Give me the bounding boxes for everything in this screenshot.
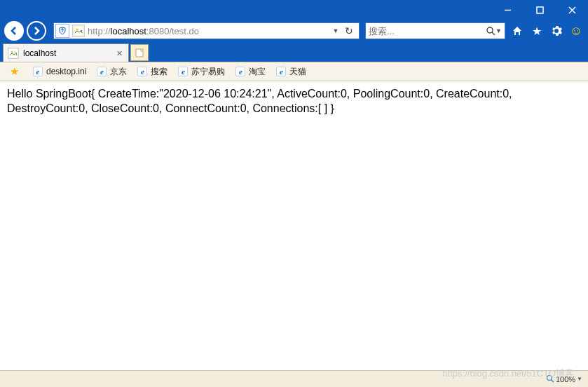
svg-rect-12 (136, 49, 143, 57)
bookmarks-bar: ★ e desktop.ini e 京东 e 搜索 e 苏宁易购 e 淘宝 e … (0, 62, 588, 81)
add-favorite-button[interactable]: ★ (4, 64, 27, 79)
favorites-star-icon[interactable]: ★ (529, 23, 545, 39)
bookmark-label: desktop.ini (46, 67, 86, 76)
search-input[interactable] (369, 26, 486, 36)
page-content: Hello SpringBoot{ CreateTime:"2020-12-06… (0, 81, 588, 370)
tab-favicon (8, 48, 19, 59)
new-tab-button[interactable] (130, 44, 149, 61)
url-host: localhost (111, 26, 146, 36)
ie-icon: e (137, 66, 148, 77)
url-scheme: http:// (88, 26, 111, 36)
nav-back-button[interactable] (4, 21, 24, 41)
ie-icon: e (275, 66, 287, 77)
star-add-icon: ★ (8, 66, 20, 77)
ie-icon: e (32, 66, 43, 77)
window-titlebar (0, 0, 588, 20)
window-maximize-button[interactable] (524, 0, 556, 20)
tab-localhost[interactable]: localhost ✕ (3, 43, 129, 62)
nav-forward-button[interactable] (27, 21, 46, 41)
url-dropdown-icon[interactable]: ▼ (331, 27, 341, 34)
url-port: :8080 (146, 26, 170, 36)
bookmark-tmall[interactable]: e 天猫 (271, 64, 310, 79)
zoom-icon[interactable] (546, 374, 554, 384)
ie-icon: e (235, 66, 246, 77)
bookmark-label: 搜索 (151, 66, 167, 78)
response-body-text: Hello SpringBoot{ CreateTime:"2020-12-06… (7, 87, 581, 116)
url-bar[interactable]: http://localhost:8080/test.do ▼ ↻ (53, 22, 360, 39)
ie-icon: e (96, 66, 107, 77)
bookmark-jd[interactable]: e 京东 (92, 64, 131, 79)
search-dropdown-icon[interactable]: ▼ (495, 27, 502, 34)
feedback-smiley-icon[interactable]: ☺ (568, 23, 584, 39)
browser-window: http://localhost:8080/test.do ▼ ↻ ▼ ★ ☺ … (0, 0, 588, 387)
bookmark-label: 苏宁易购 (191, 66, 225, 78)
tab-close-icon[interactable]: ✕ (114, 48, 124, 58)
svg-point-7 (76, 29, 78, 31)
window-close-button[interactable] (556, 0, 588, 20)
url-text[interactable]: http://localhost:8080/test.do (88, 26, 331, 36)
compatibility-shield-icon[interactable] (55, 24, 69, 38)
bookmark-suning[interactable]: e 苏宁易购 (173, 64, 229, 79)
svg-point-11 (11, 50, 13, 53)
svg-line-14 (552, 380, 554, 382)
search-bar[interactable]: ▼ (365, 22, 505, 39)
bookmark-taobao[interactable]: e 淘宝 (231, 64, 270, 79)
tab-title: localhost (23, 48, 114, 58)
zoom-dropdown-icon[interactable]: ▼ (577, 376, 582, 382)
svg-point-13 (547, 375, 552, 380)
bookmark-label: 京东 (110, 66, 127, 78)
tab-strip: localhost ✕ (0, 42, 588, 62)
svg-line-9 (492, 32, 495, 35)
address-row: http://localhost:8080/test.do ▼ ↻ ▼ ★ ☺ (0, 20, 588, 42)
bookmark-search[interactable]: e 搜索 (132, 64, 172, 79)
bookmark-label: 天猫 (289, 66, 306, 78)
svg-point-8 (487, 27, 493, 33)
url-favicon (72, 25, 85, 37)
url-path: /test.do (169, 26, 199, 36)
gear-icon[interactable] (549, 23, 564, 39)
status-bar: 100% ▼ (0, 370, 588, 387)
refresh-button[interactable]: ↻ (341, 22, 357, 39)
ie-icon: e (177, 66, 189, 77)
window-minimize-button[interactable] (491, 0, 524, 20)
home-icon[interactable] (510, 23, 525, 39)
svg-rect-1 (537, 7, 543, 13)
search-icon[interactable] (486, 27, 495, 36)
bookmark-desktop-ini[interactable]: e desktop.ini (28, 64, 90, 79)
bookmark-label: 淘宝 (249, 66, 266, 78)
zoom-level[interactable]: 100% (556, 375, 575, 383)
